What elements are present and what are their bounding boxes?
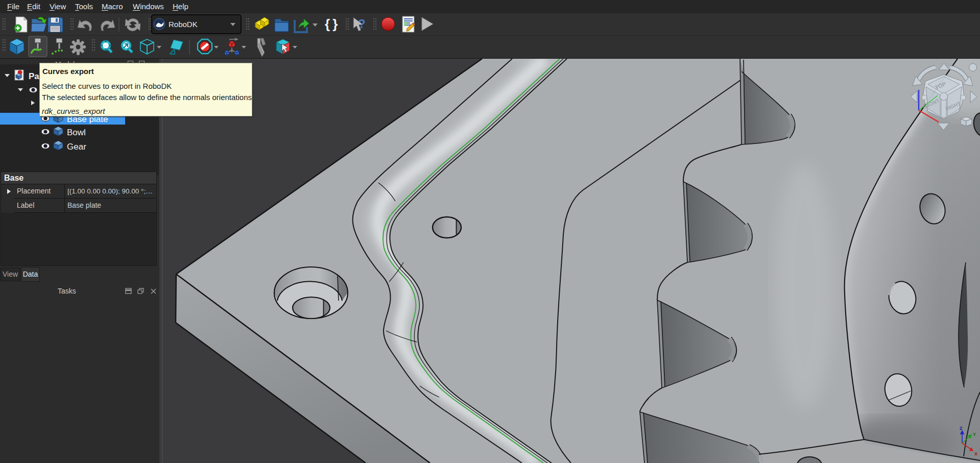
svg-text:Z: Z — [960, 426, 963, 431]
svg-text:Bowl: Bowl — [67, 128, 86, 137]
svg-text:RoboDK: RoboDK — [169, 20, 198, 29]
svg-text:?: ? — [358, 17, 366, 31]
svg-text:Gear: Gear — [67, 142, 86, 152]
svg-text:X: X — [974, 451, 977, 456]
svg-text:Y: Y — [973, 432, 976, 437]
svg-text:{ }: { } — [325, 16, 338, 32]
